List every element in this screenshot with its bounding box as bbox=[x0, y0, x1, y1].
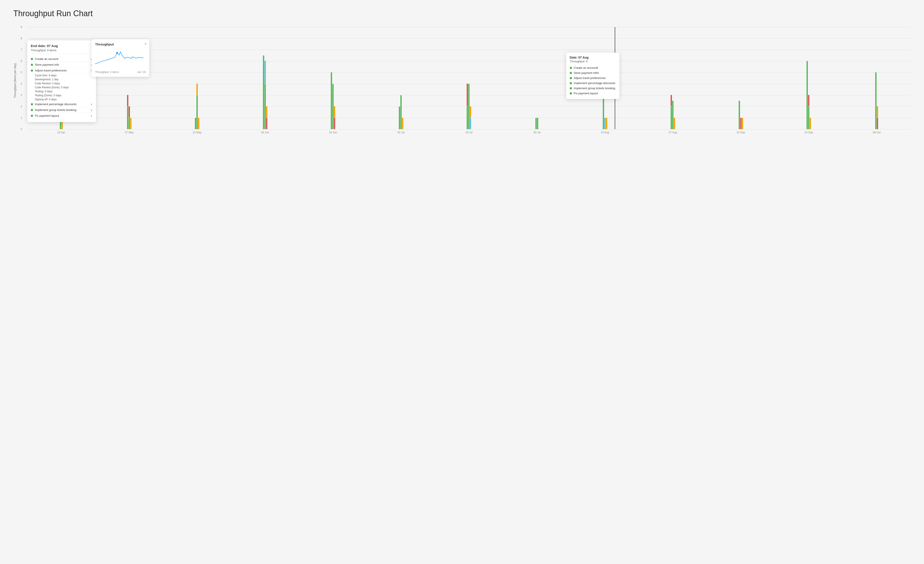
bar-segment[interactable] bbox=[470, 106, 471, 117]
bar-segment[interactable] bbox=[466, 84, 468, 106]
popup-item-group-tickets[interactable]: Implement group tickets booking ∨ bbox=[31, 107, 93, 113]
label-impl-pct: Implement percentage discounts bbox=[35, 102, 88, 106]
bar-segment[interactable] bbox=[466, 107, 468, 129]
date-popup-item-2: Store payment infot bbox=[570, 70, 616, 75]
x-axis-label: 07 May bbox=[95, 131, 164, 134]
bar-segment[interactable] bbox=[127, 95, 128, 106]
bar-segment[interactable] bbox=[399, 107, 400, 129]
bar-group[interactable] bbox=[707, 27, 775, 129]
bar-segment[interactable] bbox=[127, 107, 128, 129]
bar-group[interactable] bbox=[639, 27, 707, 129]
grid-label-7: 7 bbox=[21, 48, 22, 51]
x-axis-label: 08 Oct bbox=[843, 131, 911, 134]
popup-item-create-account[interactable]: Create an account ∨ bbox=[31, 56, 93, 62]
dot-impl-pct bbox=[31, 103, 33, 105]
bar-segment[interactable] bbox=[198, 118, 199, 129]
bar-segment[interactable] bbox=[468, 84, 470, 129]
popup-item-impl-pct[interactable]: Implement percentage discounts ∨ bbox=[31, 101, 93, 107]
bar-segment[interactable] bbox=[606, 118, 607, 129]
x-axis-label: 23 Apr bbox=[27, 131, 95, 134]
dot-group-tickets bbox=[31, 109, 33, 111]
bar-segment[interactable] bbox=[332, 84, 334, 129]
bar-segment[interactable] bbox=[402, 118, 403, 129]
expanded-details: Cycle time: 6 days Development: 1 day Co… bbox=[31, 74, 93, 101]
y-axis-label: Throughput (items per day) bbox=[13, 63, 16, 98]
throughput-popup-title: Throughput bbox=[95, 42, 146, 46]
bar-segment[interactable] bbox=[875, 72, 876, 129]
popup-item-adjust-travel[interactable]: Adjust travel preferences ∧ bbox=[31, 68, 93, 74]
popup-item-fix-payment[interactable]: Fix payment layout ∨ bbox=[31, 113, 93, 119]
dot-r4 bbox=[570, 82, 572, 84]
bar-group[interactable] bbox=[843, 27, 911, 129]
bar-segment[interactable] bbox=[266, 118, 267, 129]
date-popup-item-5: Implement group tickets booking bbox=[570, 86, 616, 91]
x-axis-label: 30 Jul bbox=[503, 131, 571, 134]
label-group-tickets: Implement group tickets booking bbox=[35, 108, 88, 111]
dot-r5 bbox=[570, 87, 572, 89]
bar-group[interactable] bbox=[503, 27, 571, 129]
popup-item-store-payment[interactable]: Store payment info ∨ bbox=[31, 62, 93, 68]
bar-group[interactable] bbox=[231, 27, 299, 129]
bar-segment[interactable] bbox=[674, 118, 675, 129]
bar-segment[interactable] bbox=[604, 118, 606, 129]
bar-segment[interactable] bbox=[670, 95, 672, 106]
bar-segment[interactable] bbox=[334, 118, 335, 129]
bar-segment[interactable] bbox=[537, 118, 538, 129]
throughput-date: Jun '18 bbox=[137, 71, 146, 74]
bar-group[interactable] bbox=[435, 27, 503, 129]
bar-segment[interactable] bbox=[877, 118, 878, 129]
throughput-popup-close[interactable]: × bbox=[144, 42, 147, 46]
development: Development: 1 day bbox=[35, 77, 93, 81]
bar-segment[interactable] bbox=[536, 118, 537, 129]
bar-group[interactable] bbox=[367, 27, 435, 129]
bar-segment[interactable] bbox=[739, 101, 740, 129]
bar-segment[interactable] bbox=[196, 95, 198, 129]
bar-segment[interactable] bbox=[877, 106, 878, 117]
page-title: Throughput Run Chart bbox=[13, 9, 911, 18]
bar-segment[interactable] bbox=[334, 106, 335, 117]
bar-segment[interactable] bbox=[808, 107, 809, 129]
bar-segment[interactable] bbox=[264, 84, 266, 129]
bar-segment[interactable] bbox=[470, 118, 471, 129]
bar-segment[interactable] bbox=[808, 95, 809, 106]
bar-segment[interactable] bbox=[129, 106, 130, 117]
dot-store-payment bbox=[31, 64, 33, 66]
dot-r1 bbox=[570, 67, 572, 69]
bar-segment[interactable] bbox=[196, 84, 198, 95]
left-popup-title: End date: 07 Aug bbox=[31, 44, 93, 48]
x-axis-label: 13 Aug bbox=[571, 131, 639, 134]
bar-segment[interactable] bbox=[740, 118, 741, 129]
grid-label-2: 2 bbox=[21, 105, 22, 108]
dot-create-account bbox=[31, 58, 33, 60]
bar-segment[interactable] bbox=[264, 61, 266, 83]
grid-label-4: 4 bbox=[21, 82, 22, 86]
bar-segment[interactable] bbox=[130, 118, 132, 129]
dot-r6 bbox=[570, 92, 572, 95]
bar-segment[interactable] bbox=[195, 118, 196, 129]
bar-segment[interactable] bbox=[129, 118, 130, 129]
label-fix-payment: Fix payment layout bbox=[35, 114, 88, 117]
bar-group[interactable] bbox=[775, 27, 843, 129]
dot-r3 bbox=[570, 77, 572, 79]
date-popup-item-3: Adjust travel preferences bbox=[570, 75, 616, 81]
label-r4: Implement percentage discounts bbox=[574, 81, 615, 85]
bar-group[interactable] bbox=[299, 27, 367, 129]
bar-segment[interactable] bbox=[672, 101, 674, 129]
x-axis-label: 24 Sep bbox=[775, 131, 843, 134]
x-axis-label: 21 May bbox=[163, 131, 231, 134]
bar-segment[interactable] bbox=[263, 56, 264, 129]
chevron-down-icon-5: ∨ bbox=[90, 114, 93, 117]
chart-area: Throughput (items per day) 0123456789 × … bbox=[13, 27, 911, 134]
bar-segment[interactable] bbox=[742, 118, 743, 129]
bar-segment[interactable] bbox=[331, 72, 332, 129]
grid-label-6: 6 bbox=[21, 59, 22, 63]
label-create-account: Create an account bbox=[35, 57, 88, 60]
bar-segment[interactable] bbox=[266, 106, 267, 117]
bar-segment[interactable] bbox=[810, 118, 811, 129]
bar-group[interactable] bbox=[163, 27, 231, 129]
bar-segment[interactable] bbox=[400, 95, 402, 129]
bar-segment[interactable] bbox=[807, 61, 808, 129]
dot-adjust-travel bbox=[31, 69, 33, 72]
bar-segment[interactable] bbox=[670, 107, 672, 129]
chart-inner: 0123456789 × End date: 07 Aug Throughput… bbox=[18, 27, 911, 134]
